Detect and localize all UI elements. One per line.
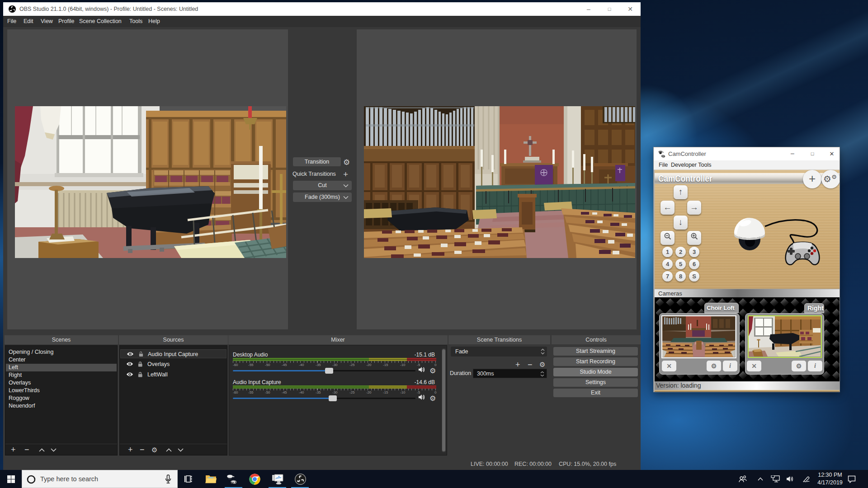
svg-text:⚙: ⚙: [823, 174, 831, 184]
svg-text:⚙: ⚙: [831, 174, 837, 180]
